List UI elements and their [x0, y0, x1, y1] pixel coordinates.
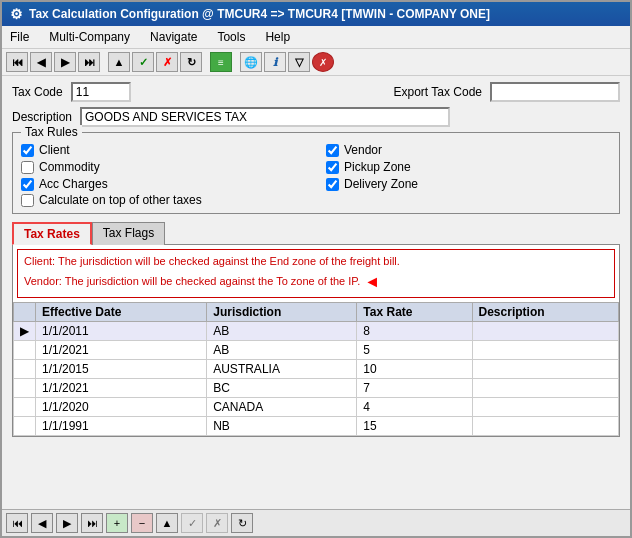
app-icon: ⚙: [10, 6, 23, 22]
pickup-zone-checkbox-row: Pickup Zone: [326, 160, 611, 174]
export-tax-code-input[interactable]: [490, 82, 620, 102]
commodity-label: Commodity: [39, 160, 100, 174]
delivery-zone-label: Delivery Zone: [344, 177, 418, 191]
description-input[interactable]: [80, 107, 450, 127]
nav-up-button[interactable]: ▲: [108, 52, 130, 72]
menu-bar: File Multi-Company Navigate Tools Help: [2, 26, 630, 49]
bt-del-button[interactable]: −: [131, 513, 153, 533]
check-button[interactable]: ✓: [132, 52, 154, 72]
cell-effective-date: 1/1/2021: [36, 340, 207, 359]
col-marker: [14, 302, 36, 321]
data-table: Effective Date Jurisdiction Tax Rate Des…: [13, 302, 619, 436]
calc-checkbox[interactable]: [21, 194, 34, 207]
green-menu-button[interactable]: ≡: [210, 52, 232, 72]
bt-refresh-button[interactable]: ↻: [231, 513, 253, 533]
menu-navigate[interactable]: Navigate: [146, 28, 201, 46]
notice-text-1: Client: The jurisdiction will be checked…: [24, 253, 400, 270]
cell-jurisdiction: CANADA: [207, 397, 357, 416]
row-marker: [14, 359, 36, 378]
cell-tax-rate: 4: [357, 397, 472, 416]
table-row[interactable]: 1/1/2015AUSTRALIA10: [14, 359, 619, 378]
vendor-checkbox[interactable]: [326, 144, 339, 157]
pickup-zone-label: Pickup Zone: [344, 160, 411, 174]
cell-description: [472, 397, 618, 416]
description-row: Description: [12, 107, 620, 127]
refresh-button[interactable]: ↻: [180, 52, 202, 72]
calc-label: Calculate on top of other taxes: [39, 193, 202, 207]
commodity-checkbox-row: Commodity: [21, 160, 306, 174]
delete-button[interactable]: ✗: [156, 52, 178, 72]
client-checkbox-row: Client: [21, 143, 306, 157]
tab-bar: Tax Rates Tax Flags: [12, 222, 620, 245]
table-header-row: Effective Date Jurisdiction Tax Rate Des…: [14, 302, 619, 321]
cell-effective-date: 1/1/2011: [36, 321, 207, 340]
bt-last-button[interactable]: ⏭: [81, 513, 103, 533]
globe-button[interactable]: 🌐: [240, 52, 262, 72]
menu-tools[interactable]: Tools: [213, 28, 249, 46]
bt-next-button[interactable]: ▶: [56, 513, 78, 533]
bt-prev-button[interactable]: ◀: [31, 513, 53, 533]
table-row[interactable]: 1/1/1991NB15: [14, 416, 619, 435]
row-marker: [14, 416, 36, 435]
cell-description: [472, 359, 618, 378]
title-bar: ⚙ Tax Calculation Configuration @ TMCUR4…: [2, 2, 630, 26]
tab-tax-rates[interactable]: Tax Rates: [12, 222, 92, 245]
table-row[interactable]: ▶1/1/2011AB8: [14, 321, 619, 340]
menu-help[interactable]: Help: [261, 28, 294, 46]
cell-effective-date: 1/1/2021: [36, 378, 207, 397]
table-row[interactable]: 1/1/2021BC7: [14, 378, 619, 397]
commodity-checkbox[interactable]: [21, 161, 34, 174]
acc-charges-checkbox-row: Acc Charges: [21, 177, 306, 191]
bt-up-button[interactable]: ▲: [156, 513, 178, 533]
delivery-zone-checkbox-row: Delivery Zone: [326, 177, 611, 191]
menu-multicompany[interactable]: Multi-Company: [45, 28, 134, 46]
acc-charges-checkbox[interactable]: [21, 178, 34, 191]
nav-prev-button[interactable]: ◀: [30, 52, 52, 72]
nav-next-button[interactable]: ▶: [54, 52, 76, 72]
notice-row-2: Vendor: The jurisdiction will be checked…: [24, 270, 608, 294]
row-marker: [14, 378, 36, 397]
notice-text-2: Vendor: The jurisdiction will be checked…: [24, 273, 360, 290]
checkbox-grid: Client Vendor Commodity Pickup Zone Acc …: [21, 143, 611, 191]
cell-jurisdiction: BC: [207, 378, 357, 397]
vendor-label: Vendor: [344, 143, 382, 157]
cell-description: [472, 378, 618, 397]
menu-file[interactable]: File: [6, 28, 33, 46]
arrow-icon: ◄: [364, 270, 380, 294]
cell-jurisdiction: AB: [207, 321, 357, 340]
tax-rules-title: Tax Rules: [21, 125, 82, 139]
client-label: Client: [39, 143, 70, 157]
filter-button[interactable]: ▽: [288, 52, 310, 72]
col-tax-rate: Tax Rate: [357, 302, 472, 321]
bt-first-button[interactable]: ⏮: [6, 513, 28, 533]
bt-add-button[interactable]: +: [106, 513, 128, 533]
tab-tax-flags[interactable]: Tax Flags: [92, 222, 165, 245]
cell-tax-rate: 7: [357, 378, 472, 397]
stop-button[interactable]: ✗: [312, 52, 334, 72]
bt-check-button[interactable]: ✓: [181, 513, 203, 533]
notice-row-1: Client: The jurisdiction will be checked…: [24, 253, 608, 270]
cell-tax-rate: 15: [357, 416, 472, 435]
table-row[interactable]: 1/1/2021AB5: [14, 340, 619, 359]
client-checkbox[interactable]: [21, 144, 34, 157]
bottom-toolbar: ⏮ ◀ ▶ ⏭ + − ▲ ✓ ✗ ↻: [2, 509, 630, 536]
cell-effective-date: 1/1/2015: [36, 359, 207, 378]
cell-jurisdiction: AUSTRALIA: [207, 359, 357, 378]
cell-jurisdiction: AB: [207, 340, 357, 359]
cell-tax-rate: 10: [357, 359, 472, 378]
pickup-zone-checkbox[interactable]: [326, 161, 339, 174]
description-label: Description: [12, 110, 72, 124]
info-button[interactable]: ℹ: [264, 52, 286, 72]
row-marker: ▶: [14, 321, 36, 340]
tax-rules-group: Tax Rules Client Vendor Commodity Pickup…: [12, 132, 620, 214]
tax-code-input[interactable]: [71, 82, 131, 102]
nav-last-button[interactable]: ⏭: [78, 52, 100, 72]
delivery-zone-checkbox[interactable]: [326, 178, 339, 191]
bt-x-button[interactable]: ✗: [206, 513, 228, 533]
tax-code-label: Tax Code: [12, 85, 63, 99]
row-marker: [14, 340, 36, 359]
notice-box: Client: The jurisdiction will be checked…: [17, 249, 615, 298]
col-jurisdiction: Jurisdiction: [207, 302, 357, 321]
nav-first-button[interactable]: ⏮: [6, 52, 28, 72]
table-row[interactable]: 1/1/2020CANADA4: [14, 397, 619, 416]
